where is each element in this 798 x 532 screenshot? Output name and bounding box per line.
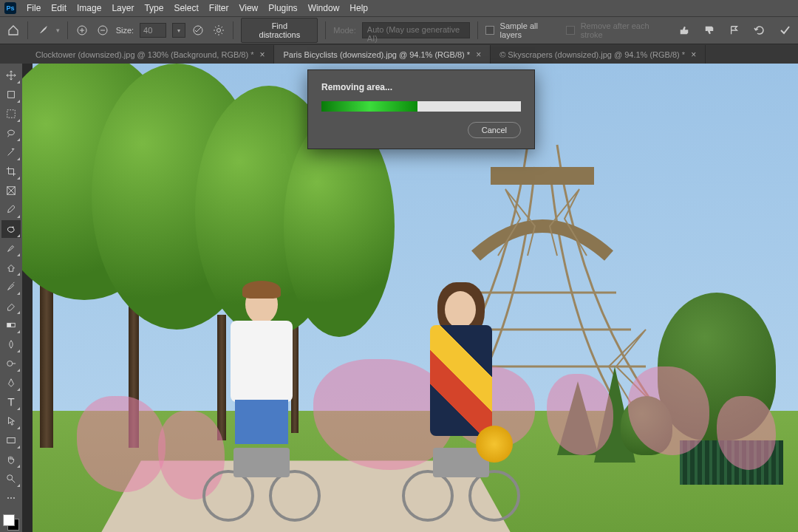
tool-preset-icon[interactable]	[35, 23, 50, 38]
mode-label: Mode:	[333, 26, 356, 35]
undo-icon[interactable]	[752, 23, 767, 38]
menu-view[interactable]: View	[239, 3, 258, 13]
tab-skyscrapers[interactable]: © Skyscrapers (downsized).jpg @ 94.1% (R…	[491, 45, 706, 64]
foreground-swatch[interactable]	[3, 514, 15, 526]
more-tools[interactable]: ⋯	[1, 489, 21, 507]
type-tool[interactable]	[1, 393, 21, 411]
color-swatches[interactable]	[1, 513, 21, 532]
brush-size-input[interactable]	[140, 23, 166, 38]
thumbs-down-icon[interactable]	[702, 23, 717, 38]
blur-tool[interactable]	[1, 335, 21, 353]
cancel-button[interactable]: Cancel	[468, 122, 521, 138]
svg-rect-11	[7, 438, 16, 443]
menu-edit[interactable]: Edit	[51, 3, 66, 13]
dodge-tool[interactable]	[1, 355, 21, 372]
close-icon[interactable]: ×	[691, 50, 696, 60]
zoom-tool[interactable]	[1, 470, 21, 488]
svg-rect-9	[7, 323, 11, 327]
target-icon[interactable]	[191, 23, 205, 38]
menu-image[interactable]: Image	[77, 3, 101, 13]
tab-label: © Skyscrapers (downsized).jpg @ 94.1% (R…	[499, 50, 685, 59]
separator	[477, 21, 478, 39]
marquee-tool[interactable]	[1, 105, 21, 123]
menu-file[interactable]: File	[27, 3, 41, 13]
crop-tool[interactable]	[1, 163, 21, 180]
menu-window[interactable]: Window	[308, 3, 340, 13]
app-logo: Ps	[4, 2, 16, 14]
frame-tool[interactable]	[1, 182, 21, 200]
separator	[325, 21, 326, 39]
separator	[27, 21, 28, 39]
artboard-tool[interactable]	[1, 86, 21, 103]
svg-point-10	[7, 361, 13, 366]
progress-bar	[321, 101, 521, 112]
clone-tool[interactable]	[1, 259, 21, 276]
svg-point-3	[216, 29, 220, 33]
flag-icon[interactable]	[727, 23, 742, 38]
tab-label: Clocktower (downsized).jpg @ 130% (Backg…	[35, 50, 253, 59]
gradient-tool[interactable]	[1, 316, 21, 334]
tab-label: Paris Bicyclists (downsized).jpg @ 94.1%…	[283, 50, 470, 59]
menu-select[interactable]: Select	[174, 3, 198, 13]
menu-layer[interactable]: Layer	[112, 3, 134, 13]
menu-filter[interactable]: Filter	[209, 3, 229, 13]
progress-fill	[321, 101, 417, 112]
home-icon[interactable]	[6, 23, 20, 38]
add-mode-icon[interactable]	[75, 23, 89, 38]
brush-tool[interactable]	[1, 239, 21, 257]
menu-bar: Ps File Edit Image Layer Type Select Fil…	[0, 0, 798, 16]
rectangle-tool[interactable]	[1, 432, 21, 449]
history-brush-tool[interactable]	[1, 278, 21, 296]
document-tabs: Clocktower (downsized).jpg @ 130% (Backg…	[0, 44, 798, 64]
find-distractions-button[interactable]: Find distractions	[241, 18, 318, 43]
subtract-mode-icon[interactable]	[95, 23, 109, 38]
tab-paris[interactable]: Paris Bicyclists (downsized).jpg @ 94.1%…	[274, 45, 491, 64]
sample-all-checkbox[interactable]	[485, 26, 494, 35]
gear-icon[interactable]	[211, 23, 225, 38]
wand-tool[interactable]	[1, 143, 21, 161]
progress-dialog: Removing area... Cancel	[307, 69, 535, 149]
svg-point-12	[7, 475, 13, 480]
pen-tool[interactable]	[1, 374, 21, 392]
close-icon[interactable]: ×	[476, 50, 481, 60]
chevron-down-icon[interactable]: ▾	[56, 27, 60, 34]
eraser-tool[interactable]	[1, 297, 21, 315]
separator	[67, 21, 68, 39]
dialog-title: Removing area...	[321, 82, 521, 92]
size-dropdown[interactable]: ▾	[172, 23, 185, 38]
eyedropper-tool[interactable]	[1, 201, 21, 219]
close-icon[interactable]: ×	[259, 50, 265, 60]
tools-panel: ⋯	[0, 64, 22, 532]
remove-after-checkbox[interactable]	[566, 26, 575, 35]
svg-point-7	[13, 227, 14, 228]
menu-type[interactable]: Type	[144, 3, 163, 13]
path-select-tool[interactable]	[1, 412, 21, 430]
lasso-tool[interactable]	[1, 124, 21, 142]
menu-plugins[interactable]: Plugins	[268, 3, 297, 13]
svg-rect-5	[7, 110, 16, 118]
spot-heal-tool[interactable]	[1, 220, 21, 238]
size-label: Size:	[116, 26, 134, 35]
thumbs-up-icon[interactable]	[677, 23, 692, 38]
options-bar: ▾ Size: ▾ Find distractions Mode: Auto (…	[0, 16, 798, 44]
tab-clocktower[interactable]: Clocktower (downsized).jpg @ 130% (Backg…	[27, 45, 274, 64]
remove-after-label: Remove after each stroke	[581, 21, 671, 39]
commit-icon[interactable]	[777, 23, 792, 38]
hand-tool[interactable]	[1, 451, 21, 468]
move-tool[interactable]	[1, 66, 21, 84]
sample-all-label: Sample all layers	[500, 21, 560, 39]
separator	[233, 21, 233, 39]
menu-help[interactable]: Help	[349, 3, 368, 13]
svg-rect-4	[8, 92, 15, 98]
mode-dropdown[interactable]: Auto (May use generative AI)	[362, 22, 470, 38]
